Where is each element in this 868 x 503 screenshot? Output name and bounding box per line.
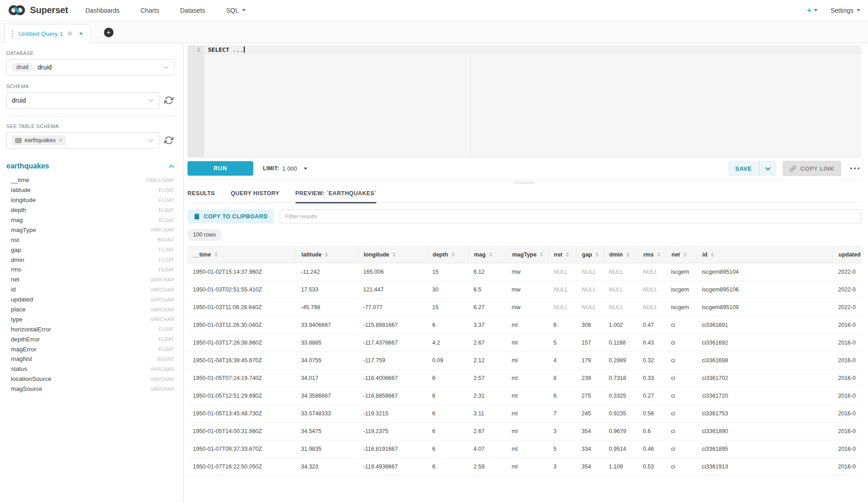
table-cell: 0.1168 — [603, 334, 637, 351]
table-cell: -115.8881667 — [358, 316, 427, 334]
table-cell: mw — [506, 299, 548, 316]
pane-resize-handle[interactable] — [187, 179, 861, 184]
column-header-label: latitude — [301, 252, 321, 258]
table-cell: 275 — [576, 387, 603, 404]
table-cell: 7 — [548, 405, 576, 422]
table-cell: 1950-01-05T13:45:48.730Z — [187, 405, 296, 422]
nav-charts[interactable]: Charts — [141, 7, 159, 14]
table-cell: ci3361895 — [696, 440, 833, 458]
table-select[interactable]: earthquakes × — [6, 132, 159, 148]
column-header-longitude[interactable]: longitude — [358, 247, 427, 263]
table-cell: 1950-01-07T16:22:50.050Z — [187, 458, 296, 475]
column-header-rms[interactable]: rms — [637, 247, 666, 263]
schema-column-name: mag — [11, 217, 23, 223]
tab-untitled-query[interactable]: Untitled Query 1 × — [5, 24, 90, 43]
drag-dots-icon — [12, 30, 13, 37]
nav-dashboards[interactable]: Dashboards — [85, 7, 120, 14]
save-options-button[interactable] — [760, 167, 776, 171]
limit-dropdown[interactable]: LIMIT: 1 000 — [263, 165, 307, 172]
table-cell: 3.37 — [468, 316, 506, 334]
column-header-depth[interactable]: depth — [427, 247, 468, 263]
table-cell: 30 — [427, 281, 468, 298]
database-select[interactable]: druid druid — [6, 59, 174, 75]
table-panel-title: earthquakes — [6, 162, 49, 170]
schema-column-name: status — [11, 365, 27, 372]
remove-table-icon[interactable]: × — [59, 137, 62, 143]
table-cell: 1950-01-05T14:00:31.860Z — [187, 423, 296, 440]
table-row: 1950-01-03T17:26:38.860Z33.8885-117.4376… — [187, 334, 861, 352]
table-icon — [15, 138, 21, 143]
column-header-net[interactable]: net — [666, 247, 696, 263]
column-header-mag[interactable]: mag — [468, 247, 506, 263]
schema-column-name: horizontalError — [11, 326, 51, 333]
column-header-magType[interactable]: magType — [506, 247, 548, 263]
table-cell: -45.798 — [296, 299, 358, 316]
results-table-body: 1950-01-02T15:14:37.960Z-11.242165.00615… — [187, 263, 861, 476]
column-header-updated[interactable]: updated — [833, 247, 861, 263]
tab-preview-earthquakes[interactable]: PREVIEW: `EARTHQUAKES` — [296, 190, 377, 203]
table-cell: ml — [506, 352, 548, 369]
table-cell: 15 — [427, 299, 468, 316]
schema-column-row: netVARCHAR — [11, 275, 174, 285]
copy-link-button[interactable]: COPY LINK — [783, 161, 841, 176]
column-header-__time[interactable]: __time — [187, 247, 296, 263]
schema-column-row: depthFLOAT — [11, 205, 174, 215]
column-header-label: mag — [474, 252, 486, 258]
save-query-button[interactable]: SAVE — [728, 161, 776, 176]
schema-column-type: VARCHAR — [150, 366, 174, 372]
table-cell: ml — [506, 316, 548, 334]
table-cell: 0.09 — [427, 352, 468, 369]
new-item-menu[interactable]: + — [807, 6, 818, 14]
table-cell: 0.3325 — [603, 387, 637, 404]
more-options-button[interactable] — [848, 168, 861, 169]
sort-icon — [711, 252, 714, 257]
table-cell: mw — [506, 281, 548, 298]
table-schema-label: SEE TABLE SCHEMA — [6, 123, 174, 129]
table-cell: 5 — [548, 334, 576, 351]
schema-column-name: type — [11, 316, 23, 323]
table-cell: ml — [506, 423, 548, 440]
filter-results-input[interactable] — [280, 209, 861, 223]
table-cell: 3 — [548, 423, 576, 440]
top-navbar: Superset Dashboards Charts Datasets SQL … — [0, 0, 868, 21]
table-cell: ml — [506, 440, 548, 458]
superset-sql-lab: Superset Dashboards Charts Datasets SQL … — [0, 0, 868, 503]
column-header-label: id — [702, 252, 707, 258]
table-panel-header[interactable]: earthquakes — [6, 162, 174, 170]
plus-icon: + — [807, 6, 811, 14]
table-cell: iscgem — [666, 281, 696, 298]
sort-icon — [325, 252, 328, 257]
sql-editor[interactable]: 1 SELECT ... — [187, 45, 861, 158]
close-tab-icon[interactable]: × — [79, 30, 83, 37]
tab-results[interactable]: RESULTS — [187, 190, 215, 203]
table-cell: 0.53 — [637, 458, 666, 475]
table-cell: 0.47 — [637, 316, 666, 334]
refresh-tables-button[interactable] — [164, 136, 174, 145]
schema-column-name: updated — [11, 296, 33, 303]
column-header-dmin[interactable]: dmin — [603, 247, 637, 263]
chevron-down-icon — [163, 65, 169, 69]
schema-column-type: FLOAT — [158, 336, 174, 342]
nav-datasets[interactable]: Datasets — [180, 7, 205, 14]
brand-home-link[interactable]: Superset — [8, 4, 68, 16]
table-cell: 334 — [576, 440, 603, 458]
editor-active-line — [187, 45, 861, 54]
column-header-label: longitude — [364, 252, 389, 258]
nav-sql-menu[interactable]: SQL — [226, 7, 246, 14]
copy-to-clipboard-button[interactable]: COPY TO CLIPBOARD — [187, 209, 274, 223]
settings-menu[interactable]: Settings — [830, 7, 860, 14]
schema-column-row: depthErrorFLOAT — [11, 334, 174, 344]
schema-select[interactable]: druid — [6, 92, 159, 108]
column-header-id[interactable]: id — [696, 247, 833, 263]
run-query-button[interactable]: RUN — [187, 161, 253, 176]
table-cell: 165.006 — [358, 263, 427, 281]
new-tab-button[interactable]: + — [104, 28, 113, 37]
column-header-nst[interactable]: nst — [548, 247, 576, 263]
column-header-label: nst — [554, 252, 562, 258]
tab-query-history[interactable]: QUERY HISTORY — [231, 190, 279, 203]
column-header-latitude[interactable]: latitude — [296, 247, 358, 263]
table-cell: -117.759 — [358, 352, 427, 369]
refresh-schemas-button[interactable] — [164, 96, 174, 105]
schema-column-row: placeVARCHAR — [11, 305, 174, 315]
column-header-gap[interactable]: gap — [576, 247, 603, 263]
